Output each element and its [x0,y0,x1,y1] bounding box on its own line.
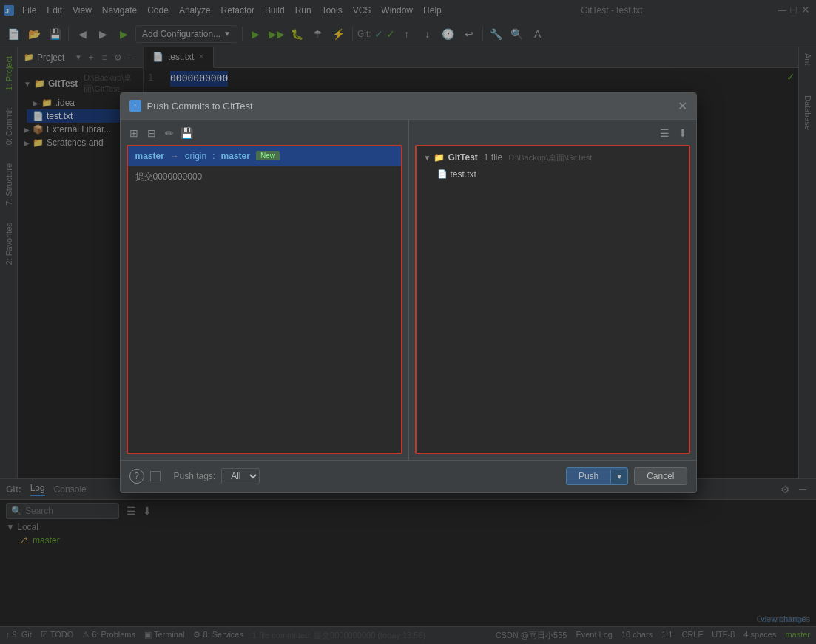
file-item[interactable]: 📄 test.txt [419,166,686,183]
commit-message-text: 提交0000000000 [135,172,203,182]
modal-left-panel: ⊞ ⊟ ✏ 💾 master → origin : master New [121,120,409,460]
modal-header: ↑ Push Commits to GitTest ✕ [121,93,696,120]
commit-list: master → origin : master New 提交000000000… [127,145,402,454]
repo-expand-icon: ▼ [424,154,431,162]
save-btn[interactable]: 💾 [180,126,195,140]
edit-btn[interactable]: ✏ [162,126,177,140]
file-tree-panel: ▼ 📁 GitTest 1 file D:\Backup\桌面\GitTest … [415,145,690,454]
commit-origin-label: origin [185,151,206,161]
repo-file-count: 1 file [484,152,502,163]
push-tags-label: Push tags: [174,471,216,481]
help-button[interactable]: ? [129,469,144,484]
commit-target-label: master [221,151,250,161]
repo-folder-icon: 📁 [434,152,445,163]
commit-message-item[interactable]: 提交0000000000 [128,166,401,188]
cancel-button[interactable]: Cancel [634,467,687,485]
right-collapse-all-btn[interactable]: ⬇ [675,126,690,140]
modal-overlay: ↑ Push Commits to GitTest ✕ ⊞ ⊟ ✏ 💾 mast… [0,0,816,644]
expand-all-btn[interactable]: ⊞ [127,126,141,140]
modal-body: ⊞ ⊟ ✏ 💾 master → origin : master New [121,120,696,460]
push-commits-dialog: ↑ Push Commits to GitTest ✕ ⊞ ⊟ ✏ 💾 mast… [120,92,697,493]
push-main-btn[interactable]: Push [567,468,610,484]
repo-path-label: D:\Backup\桌面\GitTest [508,152,592,163]
modal-footer: ? Push tags: All Push ▼ Cancel [121,460,696,492]
right-expand-all-btn[interactable]: ☰ [658,126,672,140]
commit-arrow-icon: → [170,151,179,161]
repo-name-label: GitTest [448,152,477,163]
commit-colon: : [212,151,215,161]
right-panel-toolbar: ☰ ⬇ [415,126,690,140]
file-name-label: test.txt [451,169,476,180]
collapse-all-btn[interactable]: ⊟ [144,126,159,140]
push-button-group: Push ▼ [566,467,628,485]
push-tags-checkbox[interactable] [150,471,161,481]
file-item-icon: 📄 [437,169,448,179]
commit-new-badge: New [256,151,280,160]
left-panel-toolbar: ⊞ ⊟ ✏ 💾 [127,126,402,140]
commit-branch-label: master [135,151,164,161]
modal-title: Push Commits to GitTest [147,101,678,112]
push-tags-select[interactable]: All [221,468,260,484]
modal-right-panel: ☰ ⬇ ▼ 📁 GitTest 1 file D:\Backup\桌面\GitT… [409,120,696,460]
commit-branch-header[interactable]: master → origin : master New [128,146,401,166]
modal-icon: ↑ [129,100,141,112]
file-repo-item[interactable]: ▼ 📁 GitTest 1 file D:\Backup\桌面\GitTest [419,149,686,166]
modal-close-btn[interactable]: ✕ [678,99,687,113]
push-dropdown-btn[interactable]: ▼ [610,470,627,484]
